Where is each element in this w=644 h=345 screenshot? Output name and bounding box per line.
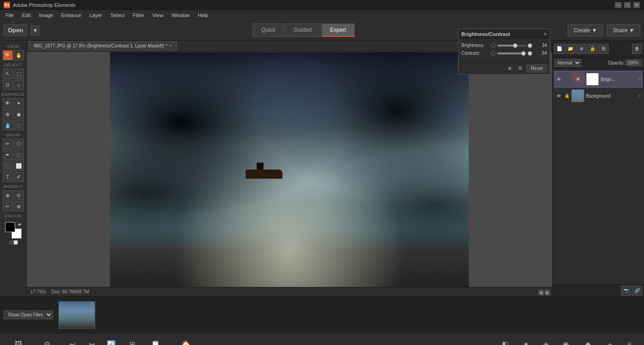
document-tab[interactable]: IMG_1877.JPG @ 17.8% (Brightness/Contras… (29, 41, 177, 50)
maximize-button[interactable]: □ (624, 2, 631, 8)
menu-file[interactable]: File (2, 12, 17, 19)
clone-tool[interactable]: ⊕ (3, 109, 13, 119)
move-tool[interactable]: ↖ (3, 69, 13, 79)
menu-select[interactable]: Select (107, 12, 128, 19)
bc-settings-icon[interactable]: ⚙ (517, 65, 524, 72)
home-screen-button[interactable]: 🏠 Home Screen (169, 337, 202, 345)
menu-layer[interactable]: Layer (86, 12, 106, 19)
share-button[interactable]: Share▼ (607, 24, 640, 36)
sponge-tool[interactable]: 💧 (3, 120, 13, 130)
layout-button[interactable]: ⊞ Layout (122, 337, 142, 345)
organizer-button[interactable]: 📋 Organizer (143, 337, 169, 345)
healing-tool[interactable]: ✦ (14, 98, 24, 108)
red-eye-tool[interactable]: 👁 (3, 98, 13, 108)
layer-item-adjustment[interactable]: 👁 ☀ Brigh... ≡ (554, 71, 642, 88)
lasso-tool[interactable]: ⊙ (3, 80, 13, 90)
menu-help[interactable]: Help (194, 12, 212, 19)
tab-expert[interactable]: Expert (322, 23, 355, 37)
brush-tool[interactable]: ✏ (3, 139, 13, 149)
swap-colors-icon[interactable]: ⇄ (18, 222, 22, 227)
draw-tools-1: ✏ ⬡ (3, 139, 24, 149)
link-icon[interactable]: 🔗 (632, 286, 642, 296)
bc-reset-button[interactable]: Reset (527, 64, 547, 72)
delete-layer-button[interactable]: 🗑 (632, 44, 642, 54)
tab-quick[interactable]: Quick (253, 23, 284, 37)
shape-tool[interactable]: ⬜ (14, 161, 24, 171)
layer-visibility-toggle-1[interactable]: 👁 (556, 76, 562, 82)
bc-preview-icon[interactable]: 👁 (506, 65, 514, 72)
draw-tools-4: T ✐ (3, 172, 24, 182)
bottom-right-tools: ◧ Layers ✦ Effects ◈ Filters ◉ Styles ◆ … (495, 337, 638, 345)
opacity-input[interactable] (626, 59, 642, 66)
redo-button[interactable]: ↪ Redo (82, 337, 101, 345)
eraser-tool[interactable]: ⬡ (14, 139, 24, 149)
open-dropdown[interactable]: ▼ (31, 25, 40, 35)
gradient-tool[interactable]: □ (14, 150, 24, 160)
zoom-tool[interactable]: 🔍 (3, 50, 13, 60)
magic-wand-tool[interactable]: ⌂ (14, 80, 24, 90)
type-tool[interactable]: T (3, 172, 13, 182)
default-colors-icon[interactable]: ⬛⬜ (9, 240, 18, 245)
brightness-thumb[interactable] (513, 43, 518, 48)
fill-layer-button[interactable]: 🔒 (587, 44, 598, 54)
minimize-button[interactable]: ─ (615, 2, 622, 8)
layers-panel-button[interactable]: ◧ Layers (495, 337, 515, 345)
menu-panel-button[interactable]: ≡ (620, 337, 638, 345)
straighten-tool[interactable]: ✂ (3, 201, 13, 211)
brightness-slider[interactable] (497, 45, 526, 47)
new-layer-button[interactable]: 📄 (554, 44, 564, 54)
photo-bin-button[interactable]: 🖼 Photo Bin (6, 337, 31, 345)
paint-bucket-tool[interactable]: ✒ (3, 150, 13, 160)
tab-close-button[interactable]: × (169, 43, 172, 48)
menu-edit[interactable]: Edit (18, 12, 34, 19)
foreground-color-swatch[interactable] (5, 222, 15, 232)
recompose-tool[interactable]: ⊙ (14, 190, 24, 200)
dodge-tool[interactable]: ◌ (14, 120, 24, 130)
menu-image[interactable]: Image (35, 12, 57, 19)
filmstrip-thumbnail[interactable]: ✓ (58, 301, 95, 329)
contrast-slider[interactable] (497, 53, 526, 54)
redo-icon: ↪ (86, 339, 97, 345)
custom-shape-tool[interactable]: ⬛ (3, 161, 13, 171)
styles-panel-button[interactable]: ◉ Styles (556, 337, 575, 345)
menu-view[interactable]: View (149, 12, 167, 19)
hand-tool[interactable]: ✋ (14, 50, 24, 60)
rotate-button[interactable]: 🔄 Rotate (102, 337, 121, 345)
layer-item-background[interactable]: 👁 🔒 Background ≡ (554, 88, 642, 104)
marquee-tool[interactable]: ⬚ (14, 69, 24, 79)
blur-tool[interactable]: ◉ (14, 109, 24, 119)
tool-options-button[interactable]: ⚙ Tool Options (32, 337, 62, 345)
open-button[interactable]: Open (4, 24, 27, 36)
bc-panel-header[interactable]: Brightness/Contrast × (459, 29, 550, 39)
close-button[interactable]: ✕ (633, 2, 640, 8)
add-panel-button[interactable]: + (601, 337, 619, 345)
menu-filter[interactable]: Filter (129, 12, 148, 19)
canvas-container[interactable] (27, 52, 552, 287)
content-tool[interactable]: ⊗ (14, 201, 24, 211)
view-section-label: VIEW (0, 44, 26, 49)
filters-panel-button[interactable]: ◈ Filters (537, 337, 556, 345)
layer-visibility-toggle-2[interactable]: 👁 (556, 93, 562, 99)
effects-panel-button[interactable]: ✦ Effects (516, 337, 536, 345)
crop-tool[interactable]: ⊕ (3, 190, 13, 200)
menu-window[interactable]: Window (168, 12, 193, 19)
link-layers-button[interactable]: ⛓ (598, 44, 609, 54)
camera-icon[interactable]: 📷 (621, 286, 631, 296)
scroll-left-button[interactable]: ◀ (538, 290, 544, 295)
graphics-panel-button[interactable]: ◆ Graphics (576, 337, 600, 345)
select-section-label: SELECT (0, 63, 26, 67)
tool-options-icon: ⚙ (41, 339, 52, 345)
layer-group-button[interactable]: 📁 (565, 44, 575, 54)
menu-enhance[interactable]: Enhance (58, 12, 85, 19)
create-button[interactable]: Create▼ (568, 24, 603, 36)
contrast-thumb[interactable] (521, 51, 526, 56)
undo-button[interactable]: ↩ Undo (63, 337, 81, 345)
filmstrip-dropdown[interactable]: Show Open Files (4, 310, 53, 319)
pencil-tool[interactable]: ✐ (14, 172, 24, 182)
adjustment-layer-button[interactable]: ⊕ (576, 44, 586, 54)
tab-guided[interactable]: Guided (285, 23, 321, 37)
bc-panel-close-button[interactable]: × (544, 31, 547, 37)
layer-badge-1: ≡ (638, 77, 641, 82)
scroll-right-button[interactable]: ▶ (545, 290, 550, 295)
blend-mode-select[interactable]: Normal (554, 59, 581, 67)
